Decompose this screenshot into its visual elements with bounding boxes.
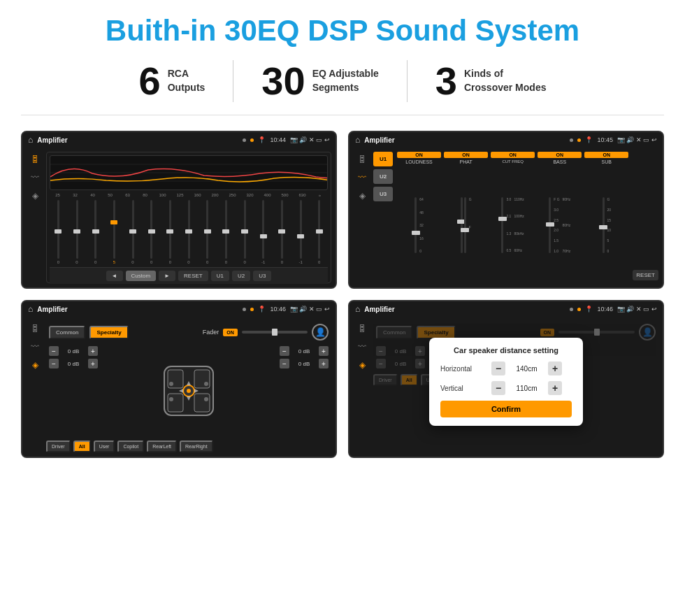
fader-slider[interactable]	[242, 331, 308, 334]
phat-track-2[interactable]	[464, 197, 466, 253]
eq-sidebar-icon-2[interactable]: 〰	[31, 173, 39, 182]
sp-minus-4[interactable]: −	[280, 359, 289, 368]
slider-thumb-10[interactable]	[222, 229, 229, 234]
cross-sidebar-icon-1[interactable]: 🎛	[358, 155, 366, 164]
phat-track-1[interactable]	[461, 197, 463, 253]
sp-sidebar-icon-1[interactable]: 🎛	[31, 324, 39, 334]
sp-sidebar-icon-2[interactable]: 〰	[31, 342, 39, 352]
sp-sidebar-icon-3[interactable]: ◈	[32, 360, 38, 370]
slider-thumb-5[interactable]	[129, 229, 136, 234]
slider-thumb-14[interactable]	[297, 234, 304, 238]
slider-col-11: 0	[236, 200, 254, 264]
slider-track-10[interactable]	[225, 200, 227, 259]
slider-track-15[interactable]	[318, 200, 320, 259]
sub-track-1[interactable]	[603, 197, 605, 253]
dist-sidebar-icon-2[interactable]: 〰	[358, 342, 366, 352]
slider-thumb-7[interactable]	[166, 229, 173, 234]
copilot-btn[interactable]: Copilot	[117, 440, 144, 452]
phat-thumb-2[interactable]	[461, 228, 469, 232]
cross-reset-btn[interactable]: RESET	[633, 270, 658, 280]
sub-on[interactable]: ON	[584, 152, 628, 158]
slider-thumb-9[interactable]	[204, 229, 211, 234]
user-btn[interactable]: User	[94, 440, 115, 452]
dist-sidebar-icon-1[interactable]: 🎛	[358, 324, 366, 334]
slider-thumb-15[interactable]	[316, 229, 323, 234]
slider-thumb-6[interactable]	[148, 229, 155, 234]
eq-u1-btn[interactable]: U1	[211, 271, 229, 281]
dist-vertical-minus[interactable]: −	[491, 381, 505, 395]
slider-thumb-8[interactable]	[185, 229, 192, 234]
eq-prev-btn[interactable]: ◄	[106, 271, 123, 281]
cutfreq-on[interactable]: ON	[491, 152, 535, 158]
sp-plus-2[interactable]: +	[88, 359, 98, 368]
dist-horizontal-minus[interactable]: −	[491, 361, 505, 375]
slider-track-8[interactable]	[188, 200, 190, 259]
slider-track-11[interactable]	[244, 200, 246, 259]
cross-u1-btn[interactable]: U1	[373, 152, 393, 166]
cross-sidebar-icon-2[interactable]: 〰	[358, 173, 366, 182]
dist-vertical-plus[interactable]: +	[548, 381, 562, 395]
cross-u3-btn[interactable]: U3	[373, 187, 393, 201]
sp-minus-2[interactable]: −	[49, 359, 59, 368]
loudness-thumb-1[interactable]	[412, 231, 420, 235]
bass-thumb[interactable]	[546, 222, 554, 227]
cross-u2-btn[interactable]: U2	[373, 169, 393, 184]
dist-horizontal-plus[interactable]: +	[548, 361, 562, 375]
home-icon-4[interactable]: ⌂	[355, 304, 360, 314]
sub-thumb[interactable]	[599, 225, 607, 229]
common-tab[interactable]: Common	[49, 326, 85, 339]
loudness-track-1[interactable]	[414, 197, 417, 253]
bass-on[interactable]: ON	[538, 152, 582, 158]
slider-track-4[interactable]	[113, 200, 115, 259]
confirm-button[interactable]: Confirm	[440, 401, 572, 417]
slider-track-6[interactable]	[150, 200, 152, 259]
rearleft-btn[interactable]: RearLeft	[147, 440, 177, 452]
eq-next-btn[interactable]: ►	[159, 271, 175, 281]
loudness-on[interactable]: ON	[397, 152, 441, 158]
fader-on-btn[interactable]: ON	[223, 329, 238, 336]
eq-reset-btn[interactable]: RESET	[178, 271, 208, 281]
slider-thumb-4[interactable]	[110, 220, 117, 224]
slider-thumb-2[interactable]	[73, 229, 80, 234]
home-icon-3[interactable]: ⌂	[28, 304, 33, 314]
dist-plus-1: +	[415, 346, 425, 356]
cross-sidebar-icon-3[interactable]: ◈	[359, 191, 366, 201]
slider-track-3[interactable]	[94, 200, 96, 259]
slider-track-14[interactable]	[300, 200, 302, 259]
slider-track-7[interactable]	[169, 200, 171, 259]
slider-track-5[interactable]	[132, 200, 134, 259]
slider-thumb-1[interactable]	[55, 229, 62, 234]
eq-sidebar-icon-1[interactable]: 🎛	[31, 155, 39, 164]
sp-minus-1[interactable]: −	[49, 346, 59, 356]
sp-plus-3[interactable]: +	[319, 346, 329, 356]
all-btn[interactable]: All	[73, 440, 91, 452]
slider-thumb-11[interactable]	[241, 229, 248, 234]
sp-plus-1[interactable]: +	[88, 346, 98, 356]
driver-btn[interactable]: Driver	[46, 440, 71, 452]
slider-track-2[interactable]	[76, 200, 78, 259]
rearright-btn[interactable]: RearRight	[180, 440, 213, 452]
specialty-tab[interactable]: Specialty	[89, 326, 128, 339]
bass-track-1[interactable]	[549, 197, 551, 253]
profile-icon[interactable]: 👤	[312, 324, 329, 341]
eq-custom-btn[interactable]: Custom	[126, 271, 157, 281]
dist-sidebar-icon-3[interactable]: ◈	[359, 360, 366, 370]
home-icon[interactable]: ⌂	[28, 135, 33, 145]
slider-thumb-3[interactable]	[92, 229, 99, 234]
slider-track-1[interactable]	[57, 200, 59, 259]
phat-on[interactable]: ON	[444, 152, 488, 158]
sp-minus-3[interactable]: −	[280, 346, 289, 356]
cutfreq-track-1[interactable]	[501, 197, 503, 253]
home-icon-2[interactable]: ⌂	[355, 135, 360, 145]
sp-plus-4[interactable]: +	[319, 359, 329, 368]
cutfreq-thumb[interactable]	[498, 217, 507, 221]
slider-track-9[interactable]	[206, 200, 208, 259]
slider-track-13[interactable]	[281, 200, 283, 259]
slider-track-12[interactable]	[262, 200, 264, 259]
fader-thumb[interactable]	[272, 329, 277, 336]
eq-u3-btn[interactable]: U3	[253, 271, 271, 281]
eq-sidebar-icon-3[interactable]: ◈	[32, 191, 38, 201]
slider-thumb-13[interactable]	[278, 229, 285, 234]
slider-thumb-12[interactable]	[260, 234, 267, 238]
eq-u2-btn[interactable]: U2	[232, 271, 250, 281]
